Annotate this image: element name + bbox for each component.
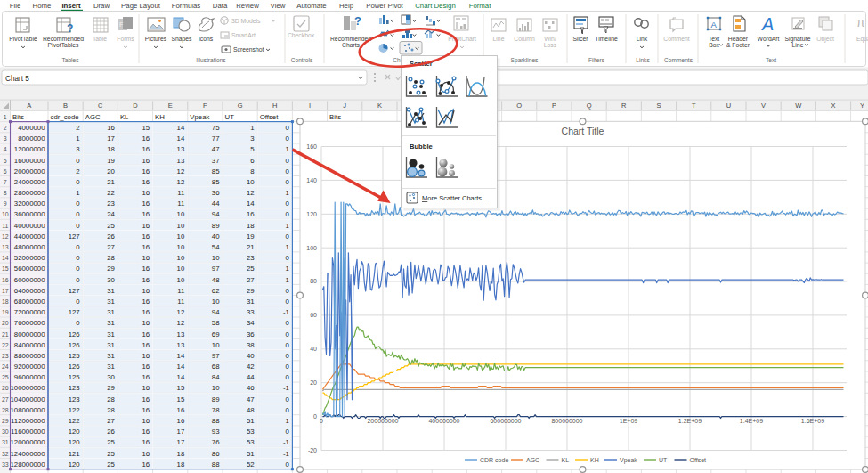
- svg-text:48: 48: [212, 276, 220, 284]
- svg-text:0: 0: [286, 157, 290, 165]
- svg-text:& Footer: & Footer: [726, 42, 750, 48]
- svg-text:23: 23: [107, 200, 115, 208]
- svg-text:47: 47: [247, 396, 255, 404]
- svg-text:10: 10: [177, 265, 185, 273]
- svg-text:100000000: 100000000: [10, 384, 45, 392]
- svg-text:94: 94: [212, 210, 220, 218]
- svg-text:More Scatter Charts...: More Scatter Charts...: [422, 194, 487, 202]
- svg-text:0: 0: [286, 254, 290, 262]
- svg-text:16: 16: [142, 232, 150, 241]
- svg-text:34: 34: [247, 319, 255, 327]
- svg-text:19: 19: [2, 309, 9, 315]
- svg-text:CDR code: CDR code: [480, 457, 508, 463]
- svg-text:1E+09: 1E+09: [620, 418, 638, 424]
- svg-text:800000000: 800000000: [551, 418, 582, 424]
- svg-text:31: 31: [107, 319, 115, 327]
- svg-text:0: 0: [76, 243, 80, 251]
- svg-text:Comment: Comment: [663, 36, 690, 42]
- svg-text:1: 1: [76, 189, 79, 197]
- svg-text:Table: Table: [93, 36, 107, 42]
- svg-text:86: 86: [212, 450, 220, 458]
- svg-text:13: 13: [177, 157, 185, 165]
- svg-text:Page Layout: Page Layout: [121, 2, 161, 10]
- svg-text:32: 32: [2, 451, 9, 457]
- svg-text:37: 37: [212, 157, 220, 165]
- svg-text:16: 16: [142, 200, 150, 208]
- svg-text:Chart Title: Chart Title: [562, 126, 604, 136]
- svg-text:23: 23: [247, 254, 255, 262]
- svg-text:16: 16: [142, 178, 150, 186]
- svg-text:π: π: [856, 15, 865, 29]
- svg-text:Y: Y: [860, 102, 864, 110]
- svg-text:1: 1: [76, 135, 79, 143]
- svg-text:4: 4: [4, 146, 7, 152]
- svg-text:0: 0: [286, 363, 290, 371]
- svg-text:46: 46: [247, 384, 255, 392]
- svg-text:Object: Object: [816, 36, 834, 43]
- svg-text:28: 28: [2, 407, 9, 413]
- svg-text:20: 20: [107, 167, 115, 175]
- svg-text:3: 3: [76, 145, 79, 153]
- svg-text:44: 44: [212, 200, 220, 208]
- svg-text:Pictures: Pictures: [145, 36, 167, 42]
- svg-text:10: 10: [212, 298, 220, 306]
- svg-text:32000000: 32000000: [14, 200, 45, 208]
- svg-text:16: 16: [142, 210, 150, 218]
- svg-text:KL: KL: [562, 457, 570, 463]
- svg-text:Box: Box: [709, 42, 719, 48]
- svg-text:Bits: Bits: [329, 113, 341, 121]
- svg-text:25: 25: [2, 374, 9, 380]
- svg-text:Link: Link: [637, 36, 648, 42]
- svg-text:1: 1: [286, 145, 289, 153]
- svg-text:AGC: AGC: [526, 457, 539, 463]
- svg-text:1.6E+09: 1.6E+09: [801, 418, 824, 424]
- svg-text:53: 53: [247, 428, 255, 436]
- svg-text:Chart Design: Chart Design: [415, 2, 456, 10]
- svg-text:1: 1: [286, 276, 289, 284]
- svg-text:0: 0: [76, 319, 80, 327]
- svg-text:48: 48: [247, 406, 255, 414]
- svg-text:0: 0: [286, 124, 290, 132]
- svg-text:15: 15: [177, 384, 185, 392]
- svg-text:17: 17: [107, 135, 115, 143]
- svg-text:Sparklines: Sparklines: [511, 57, 539, 64]
- svg-text:0: 0: [286, 461, 290, 469]
- svg-text:25: 25: [107, 222, 115, 230]
- svg-text:88: 88: [212, 417, 220, 425]
- svg-text:10: 10: [177, 276, 185, 284]
- svg-text:-1: -1: [283, 384, 289, 392]
- svg-text:Review: Review: [236, 2, 259, 10]
- svg-text:112000000: 112000000: [11, 417, 45, 425]
- svg-text:40: 40: [247, 352, 255, 360]
- svg-text:31: 31: [107, 363, 115, 371]
- svg-text:30: 30: [107, 276, 115, 284]
- svg-text:G: G: [238, 102, 243, 110]
- svg-text:9: 9: [4, 200, 7, 207]
- svg-text:125: 125: [69, 373, 81, 381]
- svg-text:42: 42: [247, 363, 255, 371]
- svg-text:KL: KL: [120, 113, 129, 121]
- svg-text:16: 16: [142, 135, 150, 143]
- svg-text:0: 0: [76, 298, 80, 306]
- svg-text:97: 97: [212, 265, 220, 273]
- svg-text:29: 29: [107, 265, 115, 273]
- svg-text:53: 53: [247, 438, 255, 446]
- svg-text:R: R: [621, 102, 627, 110]
- svg-text:24: 24: [2, 363, 9, 370]
- svg-text:16: 16: [142, 319, 150, 327]
- svg-text:Loss: Loss: [544, 42, 557, 48]
- svg-text:10: 10: [212, 341, 220, 349]
- svg-text:J: J: [343, 102, 346, 110]
- svg-text:0: 0: [76, 265, 80, 273]
- svg-text:16: 16: [142, 461, 150, 469]
- svg-text:16: 16: [142, 352, 150, 360]
- svg-text:0: 0: [320, 418, 323, 424]
- svg-text:16: 16: [142, 330, 150, 338]
- svg-text:10: 10: [177, 254, 185, 262]
- svg-text:12: 12: [247, 189, 255, 197]
- svg-text:Bits: Bits: [12, 113, 24, 121]
- svg-text:6: 6: [250, 157, 254, 165]
- svg-text:123: 123: [69, 384, 80, 392]
- svg-text:16: 16: [247, 210, 255, 218]
- svg-text:11: 11: [2, 223, 8, 229]
